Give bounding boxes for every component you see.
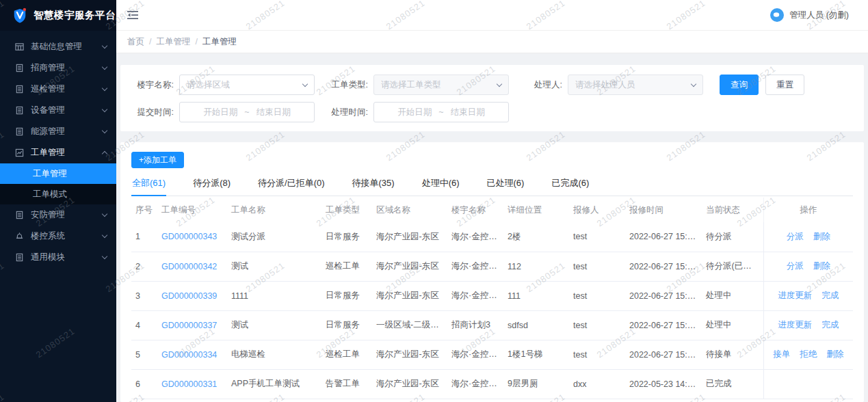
cell-area: 一级区域-二级区域 bbox=[372, 310, 447, 340]
cell-order-no: GD000000339 bbox=[157, 281, 227, 310]
order-number-link[interactable]: GD000000334 bbox=[161, 350, 217, 360]
sidebar-item-label: 巡检管理 bbox=[31, 83, 103, 95]
action-link[interactable]: 分派 bbox=[787, 232, 804, 241]
action-link[interactable]: 接单 bbox=[773, 349, 790, 359]
action-link[interactable]: 拒绝 bbox=[800, 349, 817, 359]
sidebar-item[interactable]: 招商管理 bbox=[0, 57, 116, 79]
cell-status: 已完成 bbox=[702, 369, 763, 399]
logo-shield-icon bbox=[12, 8, 27, 24]
cell-actions: 接单拒绝删除 bbox=[763, 340, 853, 369]
cell-name: 测试分派 bbox=[227, 222, 321, 252]
handler-select[interactable]: 请选择处理人员 bbox=[568, 75, 703, 95]
tab-status-1[interactable]: 待分派(8) bbox=[192, 177, 231, 196]
cell-reporter: test bbox=[569, 252, 625, 281]
order-type-placeholder: 请选择工单类型 bbox=[381, 79, 441, 91]
action-link[interactable]: 删除 bbox=[826, 349, 843, 359]
handle-time-label: 处理时间: bbox=[326, 107, 368, 118]
order-number-link[interactable]: GD000000342 bbox=[161, 262, 217, 271]
start-date-placeholder: 开始日期 bbox=[397, 107, 432, 118]
action-link[interactable]: 完成 bbox=[821, 320, 839, 330]
tab-status-4[interactable]: 处理中(6) bbox=[421, 177, 460, 196]
action-link[interactable]: 完成 bbox=[821, 291, 839, 300]
building-label: 楼宇名称: bbox=[131, 79, 174, 91]
action-link[interactable]: 进度更新 bbox=[778, 291, 812, 300]
user-menu[interactable]: 管理人员 (勿删) bbox=[770, 8, 849, 22]
cell-name: 测试 bbox=[227, 310, 321, 340]
tab-status-6[interactable]: 已完成(6) bbox=[551, 177, 590, 196]
chevron-down-icon bbox=[691, 81, 696, 86]
breadcrumb-item[interactable]: 工单管理 bbox=[156, 36, 190, 48]
column-header: 工单名称 bbox=[227, 198, 321, 222]
handle-time-range-input[interactable]: 开始日期 ~ 结束日期 bbox=[373, 102, 509, 122]
order-number-link[interactable]: GD000000343 bbox=[161, 232, 217, 241]
order-number-link[interactable]: GD000000337 bbox=[161, 321, 217, 330]
submit-time-range-input[interactable]: 开始日期 ~ 结束日期 bbox=[179, 102, 315, 122]
user-avatar-icon bbox=[770, 8, 784, 22]
cell-location: 9层男厕 bbox=[503, 369, 569, 399]
chevron-up-icon bbox=[102, 151, 107, 157]
order-type-select[interactable]: 请选择工单类型 bbox=[373, 75, 509, 95]
submit-time-label: 提交时间: bbox=[131, 107, 174, 118]
sidebar-item[interactable]: 基础信息管理 bbox=[0, 36, 116, 57]
sidebar-item[interactable]: 设备管理 bbox=[0, 100, 116, 121]
cell-actions: 进度更新完成 bbox=[763, 281, 853, 310]
sidebar-item[interactable]: 安防管理 bbox=[0, 204, 116, 226]
tab-all[interactable]: 全部(61) bbox=[131, 177, 166, 196]
add-order-button[interactable]: +添加工单 bbox=[131, 152, 184, 168]
cell-time: 2022-06-27 15:26:44 bbox=[625, 310, 702, 340]
search-button[interactable]: 查询 bbox=[720, 75, 759, 95]
cell-area: 海尔产业园-东区 bbox=[372, 369, 447, 399]
sidebar-subitem[interactable]: 工单管理 bbox=[0, 163, 116, 184]
end-date-placeholder: 结束日期 bbox=[451, 107, 485, 118]
breadcrumb-item: 工单管理 bbox=[202, 36, 237, 48]
cell-seq: 2 bbox=[131, 252, 157, 281]
order-number-link[interactable]: GD000000331 bbox=[161, 379, 217, 389]
table-body: 1GD000000343测试分派日常服务海尔产业园-东区海尔·金控大厦2楼tes… bbox=[131, 222, 853, 399]
action-link[interactable]: 删除 bbox=[813, 232, 830, 241]
chevron-down-icon bbox=[102, 107, 107, 112]
column-header: 楼宇名称 bbox=[447, 198, 503, 222]
sidebar-item[interactable]: 能源管理 bbox=[0, 121, 116, 142]
cell-type: 告警工单 bbox=[321, 369, 372, 399]
action-link[interactable]: 进度更新 bbox=[778, 320, 812, 330]
cell-building: 招商计划3 bbox=[447, 310, 503, 340]
filter-handler: 处理人: 请选择处理人员 bbox=[520, 75, 703, 95]
reset-button[interactable]: 重置 bbox=[765, 75, 804, 95]
cell-type: 巡检工单 bbox=[321, 252, 372, 281]
cell-location: 111 bbox=[503, 281, 569, 310]
breadcrumb-item[interactable]: 首页 bbox=[127, 36, 144, 48]
cell-time: 2022-06-27 15:19:17 bbox=[625, 340, 702, 369]
action-link[interactable]: 分派 bbox=[787, 261, 804, 271]
cell-name: APP手机工单测试 bbox=[227, 369, 321, 399]
cell-order-no: GD000000331 bbox=[157, 369, 227, 399]
column-header: 工单编号 bbox=[157, 198, 227, 222]
cell-name: 测试 bbox=[227, 252, 321, 281]
cell-reporter: test bbox=[569, 281, 625, 310]
collapse-sidebar-icon[interactable] bbox=[127, 10, 138, 20]
sidebar-item[interactable]: 楼控系统 bbox=[0, 226, 116, 247]
sidebar-item[interactable]: 巡检管理 bbox=[0, 79, 116, 100]
action-link[interactable]: 删除 bbox=[813, 261, 830, 271]
doc-icon bbox=[15, 85, 24, 94]
tab-status-2[interactable]: 待分派/已拒单(0) bbox=[257, 177, 326, 196]
app-root: 智慧楼宇服务平台 基础信息管理招商管理巡检管理设备管理能源管理工单管理工单管理工… bbox=[0, 0, 868, 402]
cell-type: 日常服务 bbox=[321, 310, 372, 340]
cell-time: 2022-06-27 15:32:16 bbox=[625, 222, 702, 252]
cell-time: 2022-06-27 15:28:21 bbox=[625, 252, 702, 281]
sidebar-subitem[interactable]: 工单模式 bbox=[0, 184, 116, 204]
cell-location: 1楼1号梯 bbox=[503, 340, 569, 369]
column-header: 工单类型 bbox=[321, 198, 372, 222]
cell-reporter: test bbox=[569, 222, 625, 252]
orders-table: 序号工单编号工单名称工单类型区域名称楼宇名称详细位置报修人报修时间当前状态操作 … bbox=[131, 198, 853, 399]
tab-status-3[interactable]: 待接单(35) bbox=[352, 177, 395, 196]
table-row: 3GD0000003391111日常服务海尔产业园-东区海尔·金控大厦111te… bbox=[131, 281, 853, 310]
cell-area: 海尔产业园-东区 bbox=[372, 252, 447, 281]
tab-status-5[interactable]: 已处理(6) bbox=[486, 177, 525, 196]
order-number-link[interactable]: GD000000339 bbox=[161, 291, 217, 301]
logo[interactable]: 智慧楼宇服务平台 bbox=[0, 0, 116, 31]
sidebar-item[interactable]: 工单管理 bbox=[0, 142, 116, 163]
sidebar-item[interactable]: 通用模块 bbox=[0, 247, 116, 268]
building-select[interactable]: 请选择区域 bbox=[179, 75, 315, 95]
chevron-down-icon bbox=[102, 43, 107, 49]
column-header: 操作 bbox=[763, 198, 853, 222]
